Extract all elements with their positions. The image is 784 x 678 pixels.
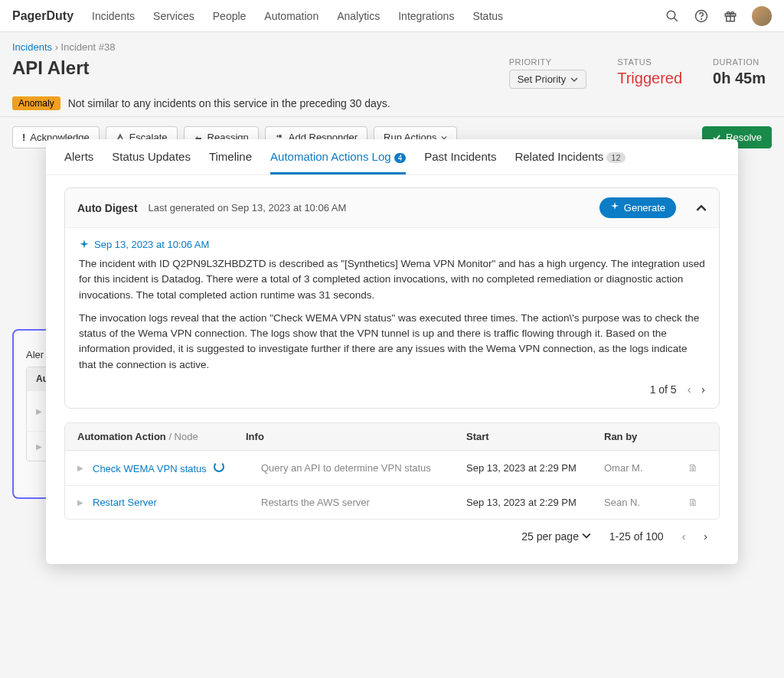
nav-items: Incidents Services People Automation Ana… bbox=[92, 10, 665, 22]
breadcrumb-current: Incident #38 bbox=[61, 41, 116, 53]
anomaly-badge: Anomaly bbox=[12, 96, 60, 110]
tab-status-updates[interactable]: Status Updates bbox=[112, 150, 191, 158]
nav-integrations[interactable]: Integrations bbox=[398, 10, 454, 22]
tab-alerts[interactable]: Alerts bbox=[64, 150, 93, 158]
tab-past-incidents[interactable]: Past Incidents bbox=[424, 150, 496, 158]
svg-line-1 bbox=[674, 18, 678, 21]
related-badge: 12 bbox=[606, 152, 625, 158]
breadcrumb: Incidents › Incident #38 bbox=[12, 41, 772, 53]
avatar[interactable] bbox=[752, 6, 772, 26]
nav-services[interactable]: Services bbox=[153, 10, 194, 22]
nav-right bbox=[665, 6, 772, 26]
tab-timeline[interactable]: Timeline bbox=[209, 150, 252, 158]
status-label: STATUS bbox=[617, 57, 682, 67]
svg-point-7 bbox=[279, 135, 282, 138]
nav-status[interactable]: Status bbox=[472, 10, 503, 22]
help-icon[interactable] bbox=[694, 8, 709, 24]
svg-point-0 bbox=[667, 11, 675, 19]
search-icon[interactable] bbox=[665, 8, 680, 24]
nav-automation[interactable]: Automation bbox=[264, 10, 318, 22]
tab-row: Alerts Status Updates Timeline Automatio… bbox=[46, 139, 738, 158]
automation-log-panel: Alerts Status Updates Timeline Automatio… bbox=[46, 139, 738, 158]
duration-label: DURATION bbox=[713, 57, 766, 67]
page-title: API Alert bbox=[12, 57, 509, 79]
chevron-down-icon bbox=[570, 76, 578, 83]
status-value: Triggered bbox=[617, 70, 682, 87]
svg-point-3 bbox=[701, 18, 702, 19]
nav-analytics[interactable]: Analytics bbox=[337, 10, 380, 22]
priority-label: PRIORITY bbox=[509, 57, 587, 67]
automation-badge: 4 bbox=[394, 153, 407, 158]
tab-related-incidents[interactable]: Related Incidents12 bbox=[514, 150, 625, 158]
gift-icon[interactable] bbox=[723, 8, 738, 24]
page-header: Incidents › Incident #38 API Alert PRIOR… bbox=[0, 32, 784, 116]
duration-value: 0h 45m bbox=[713, 70, 766, 87]
nav-people[interactable]: People bbox=[213, 10, 247, 22]
brand-logo[interactable]: PagerDuty bbox=[12, 9, 74, 23]
tab-automation-log[interactable]: Automation Actions Log4 bbox=[270, 150, 406, 158]
anomaly-text: Not similar to any incidents on this ser… bbox=[68, 97, 390, 109]
breadcrumb-root[interactable]: Incidents bbox=[12, 41, 52, 53]
nav-incidents[interactable]: Incidents bbox=[92, 10, 135, 22]
topnav: PagerDuty Incidents Services People Auto… bbox=[0, 0, 784, 32]
set-priority-button[interactable]: Set Priority bbox=[509, 70, 587, 89]
